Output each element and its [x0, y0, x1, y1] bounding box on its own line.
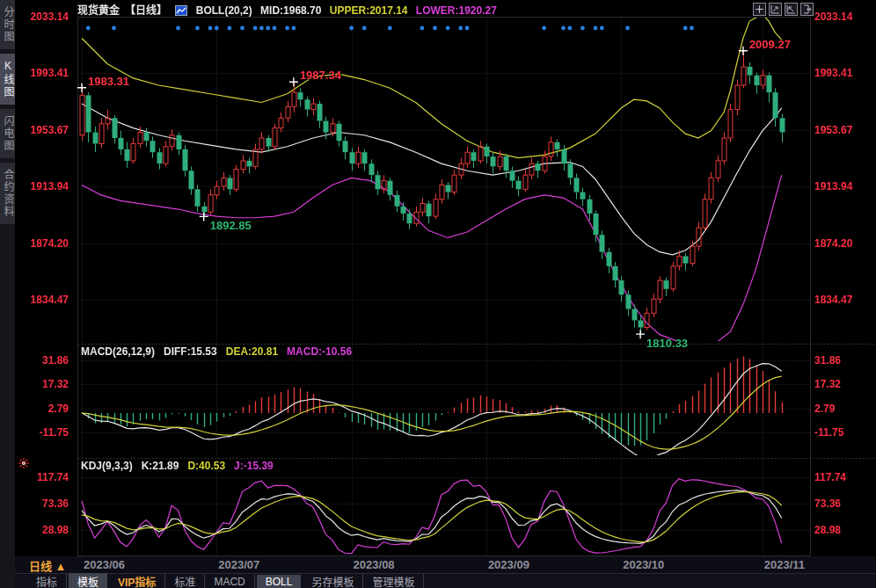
period-bracket-label: 【日线】: [125, 4, 167, 17]
scale-expand-icon[interactable]: [785, 3, 798, 16]
footer-tab-2[interactable]: VIP指标: [109, 573, 165, 588]
price-ytick-right: 1834.47: [814, 294, 852, 306]
macd-diff-value: DIFF:15.53: [164, 345, 217, 358]
footer-tab-4[interactable]: MACD: [205, 575, 254, 588]
footer-tab-5[interactable]: BOLL: [257, 575, 302, 588]
price-ytick-left: 1913.94: [23, 180, 69, 192]
footer-tab-7[interactable]: 管理模板: [363, 573, 424, 588]
x-axis-tick: 2023/11: [764, 558, 805, 571]
sidebar-item-kline-chart[interactable]: K线图: [0, 54, 15, 105]
kdj-indicator-row: KDJ(9,3,3)K:21.89D:40.53J:-15.39: [81, 460, 282, 472]
macd-macd-value: MACD:-10.56: [287, 345, 352, 358]
price-ytick-left: 1993.41: [23, 67, 69, 79]
kdj-ytick-left: 117.74: [23, 471, 69, 483]
macd-ytick-left: -11.75: [23, 426, 69, 439]
kdj-ytick-right: 117.74: [814, 471, 846, 483]
kdj-d-value: D:40.53: [187, 460, 225, 472]
footer-tab-0[interactable]: 指标: [27, 573, 67, 588]
trading-app-window: 分时图 K线图 闪电图 合约资料 现货黄金【日线】 BOLL(20,2) MID…: [0, 0, 876, 588]
sidebar-item-lightning-chart[interactable]: 闪电图: [0, 109, 15, 158]
chart-canvas[interactable]: [0, 0, 876, 588]
exit-view-icon[interactable]: [800, 3, 814, 16]
price-ytick-left: 1874.20: [23, 237, 69, 250]
kdj-ytick-left: 73.36: [23, 497, 69, 510]
x-axis-tick: 2023/07: [218, 558, 259, 571]
x-axis-tick: 2023/09: [488, 558, 529, 571]
price-annotation-high: 2009.27: [749, 38, 791, 51]
symbol-title: 现货黄金: [77, 4, 120, 17]
macd-name-label: MACD(26,12,9): [81, 345, 155, 358]
x-axis-row: 日线 ▲ 2023/062023/072023/082023/092023/10…: [15, 556, 876, 573]
macd-dea-value: DEA:20.81: [226, 345, 278, 358]
sidebar-item-timeshare-chart[interactable]: 分时图: [0, 0, 15, 49]
line-chart-icon: [175, 5, 187, 18]
price-annotation-high: 1987.34: [300, 69, 341, 82]
x-axis-tick: 2023/10: [623, 558, 664, 571]
price-ytick-left: 2033.14: [23, 11, 69, 23]
macd-ytick-left: 2.79: [23, 403, 69, 415]
footer-tab-1[interactable]: 模板: [69, 573, 107, 588]
price-ytick-right: 1953.67: [814, 124, 852, 136]
price-annotation-high: 1983.31: [88, 75, 129, 88]
macd-indicator-row: MACD(26,12,9)DIFF:15.53DEA:20.81MACD:-10…: [81, 345, 361, 358]
macd-ytick-right: 17.32: [814, 378, 841, 390]
period-selector-button[interactable]: 日线 ▲: [29, 557, 66, 574]
macd-ytick-right: 2.79: [814, 403, 835, 415]
price-ytick-right: 1913.94: [814, 180, 852, 192]
macd-ytick-right: -11.75: [814, 426, 843, 439]
boll-upper-value: UPPER:2017.14: [330, 4, 408, 17]
price-ytick-right: 1874.20: [814, 237, 852, 250]
chart-toolbar: [753, 3, 814, 16]
macd-ytick-right: 31.86: [814, 354, 841, 367]
kdj-ytick-left: 28.98: [23, 524, 69, 536]
kdj-k-value: K:21.89: [142, 460, 179, 472]
scale-compress-icon[interactable]: [769, 3, 782, 16]
kdj-ytick-right: 28.98: [814, 524, 841, 536]
boll-lower-value: LOWER:1920.27: [416, 4, 497, 17]
price-ytick-right: 1993.41: [814, 67, 852, 79]
price-ytick-left: 1953.67: [23, 124, 69, 136]
chart-header: 现货黄金【日线】 BOLL(20,2) MID:1968.70 UPPER:20…: [77, 2, 502, 16]
macd-ytick-left: 17.32: [23, 378, 69, 390]
boll-indicator-label: BOLL(20,2): [196, 4, 252, 17]
sidebar-item-contract-info[interactable]: 合约资料: [0, 163, 15, 224]
boll-mid-value: MID:1968.70: [260, 4, 321, 17]
kdj-j-value: J:-15.39: [234, 460, 274, 472]
price-ytick-right: 2033.14: [814, 11, 852, 23]
footer-tab-3[interactable]: 标准: [165, 573, 205, 588]
macd-ytick-left: 31.86: [23, 354, 69, 367]
footer-toolbar: 指标模板VIP指标标准MACDBOLL另存模板管理模板: [15, 573, 876, 588]
x-axis-tick: 2023/08: [354, 558, 395, 571]
kdj-name-label: KDJ(9,3,3): [81, 460, 133, 472]
kdj-ytick-right: 73.36: [814, 497, 841, 510]
x-axis-tick: 2023/06: [84, 558, 125, 571]
crosshair-icon[interactable]: [753, 3, 766, 16]
footer-tab-6[interactable]: 另存模板: [303, 573, 363, 588]
price-annotation-low: 1892.85: [210, 219, 252, 232]
price-ytick-left: 1834.47: [23, 294, 69, 306]
sidebar: 分时图 K线图 闪电图 合约资料: [0, 0, 15, 588]
price-annotation-low: 1810.33: [646, 337, 688, 350]
